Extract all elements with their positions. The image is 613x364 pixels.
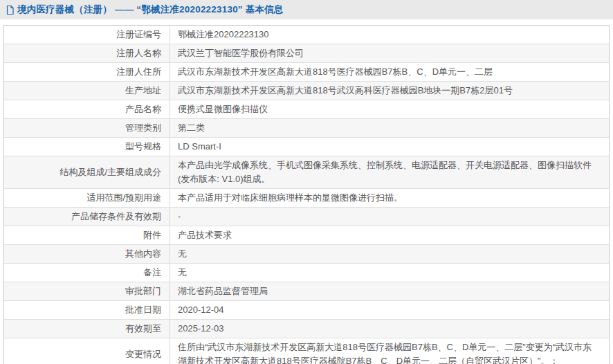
row-registration-number: 注册证编号 鄂械注准20202223130 [4, 26, 609, 44]
field-value: 鄂械注准20202223130 [178, 28, 269, 42]
page-title: 境内医疗器械（注册） —— “鄂械注准20202223130” 基本信息 [17, 3, 284, 16]
row-label: 生产地址 [4, 82, 170, 100]
row-label: 注册人住所 [4, 63, 170, 81]
row-label: 管理类别 [4, 119, 170, 137]
field-value: 无 [178, 266, 187, 280]
row-label: 备注 [4, 264, 170, 282]
row-remarks: 备注 无 [4, 264, 609, 282]
row-label: 产品储存条件及有效期 [4, 208, 170, 226]
row-structure-composition: 结构及组成/主要组成成分 本产品由光学成像系统、手机式图像采集系统、控制系统、电… [4, 156, 609, 189]
row-valid-until: 有效期至 2025-12-03 [4, 320, 609, 338]
row-intended-use: 适用范围/预期用途 本产品适用于对临床细胞病理样本的显微图像进行扫描。 [4, 189, 609, 208]
row-label: 有效期至 [4, 320, 170, 338]
row-label: 附件 [4, 226, 170, 244]
row-label: 产品名称 [4, 100, 170, 118]
field-value: 2020-12-04 [178, 303, 224, 317]
row-attachment: 附件 产品技术要求 [4, 226, 609, 245]
field-value: 第二类 [178, 121, 205, 135]
field-value: 本产品适用于对临床细胞病理样本的显微图像进行扫描。 [178, 191, 403, 205]
field-value: 武汉市东湖新技术开发区高新大道818号武汉高科医疗器械园B地块一期B7栋2层01… [178, 84, 513, 98]
field-value: 无 [178, 247, 187, 261]
row-other-content: 其他内容 无 [4, 245, 609, 264]
row-label: 变更情况 [4, 338, 170, 364]
row-label: 审批部门 [4, 282, 170, 300]
field-value: LD Smart-I [178, 140, 221, 154]
field-value: 湖北省药品监督管理局 [178, 284, 268, 298]
field-value: 武汉兰丁智能医学股份有限公司 [178, 46, 304, 60]
row-label: 注册证编号 [4, 26, 170, 44]
row-approval-date: 批准日期 2020-12-04 [4, 301, 609, 320]
field-value: 住所由“武汉市东湖新技术开发区高新大道818号医疗器械园B7栋B、C、D单元一、… [178, 340, 599, 364]
row-production-address: 生产地址 武汉市东湖新技术开发区高新大道818号武汉高科医疗器械园B地块一期B7… [4, 82, 609, 100]
row-management-category: 管理类别 第二类 [4, 119, 609, 138]
field-value: - [178, 210, 181, 224]
row-approval-department: 审批部门 湖北省药品监督管理局 [4, 282, 609, 301]
row-label: 批准日期 [4, 301, 170, 319]
field-value: 产品技术要求 [178, 228, 232, 242]
field-value: 便携式显微图像扫描仪 [178, 102, 268, 116]
row-label: 适用范围/预期用途 [4, 189, 170, 207]
row-label: 注册人名称 [4, 44, 170, 62]
title-bar: 境内医疗器械（注册） —— “鄂械注准20202223130” 基本信息 [0, 0, 613, 19]
row-change-status: 变更情况 住所由“武汉市东湖新技术开发区高新大道818号医疗器械园B7栋B、C、… [4, 338, 609, 364]
row-label: 结构及组成/主要组成成分 [4, 156, 170, 188]
field-value: 武汉市东湖新技术开发区高新大道818号医疗器械园B7栋B、C、D单元一、二层 [178, 65, 493, 79]
registration-info-table: 注册证编号 鄂械注准20202223130 注册人名称 武汉兰丁智能医学股份有限… [3, 25, 610, 364]
document-icon [6, 5, 15, 15]
row-registrant-name: 注册人名称 武汉兰丁智能医学股份有限公司 [4, 44, 609, 63]
row-label: 型号规格 [4, 138, 170, 156]
field-value: 2025-12-03 [178, 322, 224, 336]
row-storage-validity: 产品储存条件及有效期 - [4, 208, 609, 226]
field-value: 本产品由光学成像系统、手机式图像采集系统、控制系统、电源适配器、开关电源适配器、… [178, 158, 599, 186]
row-registrant-address: 注册人住所 武汉市东湖新技术开发区高新大道818号医疗器械园B7栋B、C、D单元… [4, 63, 609, 82]
row-label: 其他内容 [4, 245, 170, 263]
row-product-name: 产品名称 便携式显微图像扫描仪 [4, 100, 609, 119]
row-model-spec: 型号规格 LD Smart-I [4, 138, 609, 156]
